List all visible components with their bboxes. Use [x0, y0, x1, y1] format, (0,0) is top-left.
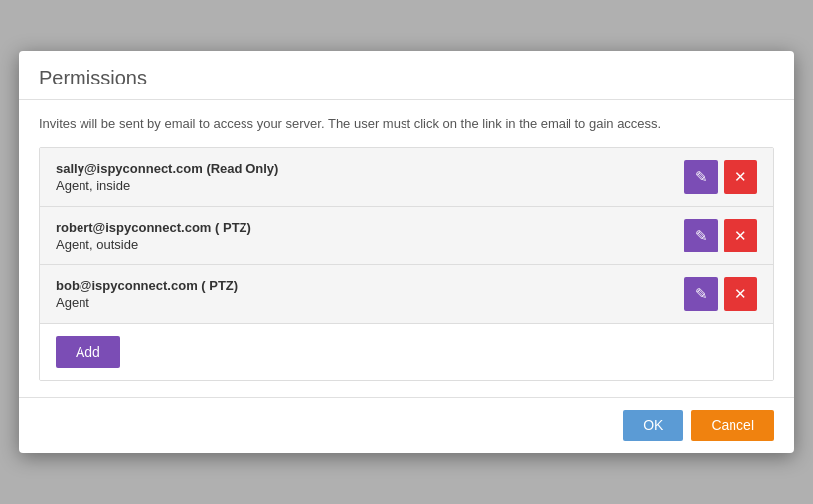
permission-email: sally@ispyconnect.com (Read Only)	[56, 161, 278, 176]
dialog-body: Invites will be sent by email to access …	[19, 100, 794, 397]
permission-actions: ✎ ✕	[684, 277, 757, 311]
permission-role: Agent	[56, 295, 238, 310]
edit-icon: ✎	[695, 285, 708, 303]
dialog-footer: OK Cancel	[19, 397, 794, 453]
delete-button[interactable]: ✕	[724, 277, 757, 311]
dialog-header: Permissions	[19, 51, 794, 100]
edit-icon: ✎	[695, 168, 708, 186]
edit-button[interactable]: ✎	[684, 219, 718, 252]
permission-actions: ✎ ✕	[684, 160, 757, 194]
permission-role: Agent, outside	[56, 237, 251, 252]
permission-info: robert@ispyconnect.com ( PTZ) Agent, out…	[56, 220, 251, 252]
delete-icon: ✕	[734, 285, 747, 303]
permission-row: robert@ispyconnect.com ( PTZ) Agent, out…	[40, 207, 773, 265]
dialog-title: Permissions	[39, 67, 774, 89]
permissions-dialog: Permissions Invites will be sent by emai…	[19, 51, 794, 453]
ok-button[interactable]: OK	[623, 410, 683, 441]
permission-row: bob@ispyconnect.com ( PTZ) Agent ✎ ✕	[40, 265, 773, 324]
info-text: Invites will be sent by email to access …	[39, 116, 774, 131]
permission-actions: ✎ ✕	[684, 219, 757, 252]
delete-icon: ✕	[734, 168, 747, 186]
permission-role: Agent, inside	[56, 178, 278, 193]
edit-button[interactable]: ✎	[684, 277, 718, 311]
permission-email: robert@ispyconnect.com ( PTZ)	[56, 220, 251, 235]
permission-row: sally@ispyconnect.com (Read Only) Agent,…	[40, 148, 773, 207]
add-row: Add	[40, 324, 773, 380]
delete-button[interactable]: ✕	[724, 219, 757, 252]
permissions-table: sally@ispyconnect.com (Read Only) Agent,…	[39, 147, 774, 381]
permission-info: sally@ispyconnect.com (Read Only) Agent,…	[56, 161, 278, 193]
edit-button[interactable]: ✎	[684, 160, 718, 194]
add-button[interactable]: Add	[56, 336, 120, 368]
permission-email: bob@ispyconnect.com ( PTZ)	[56, 278, 238, 293]
permission-info: bob@ispyconnect.com ( PTZ) Agent	[56, 278, 238, 310]
delete-icon: ✕	[734, 227, 747, 245]
delete-button[interactable]: ✕	[724, 160, 757, 194]
cancel-button[interactable]: Cancel	[691, 410, 774, 441]
edit-icon: ✎	[695, 227, 708, 245]
